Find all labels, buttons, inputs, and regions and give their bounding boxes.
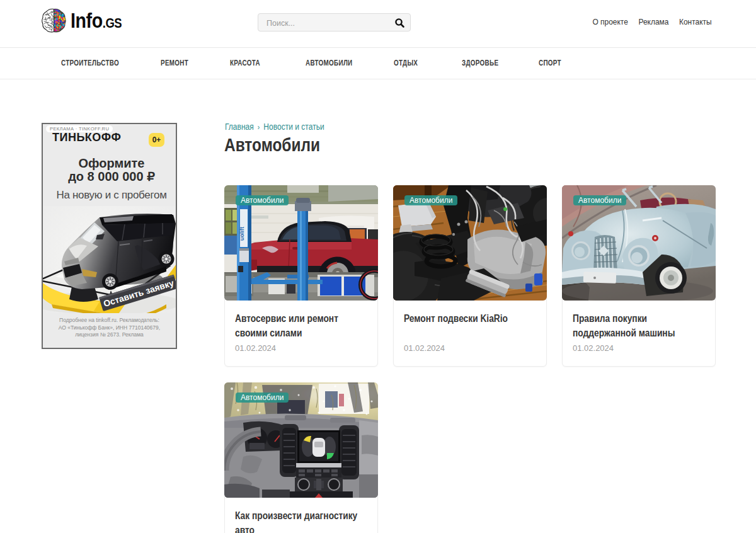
svg-text:uolift: uolift bbox=[239, 227, 245, 241]
